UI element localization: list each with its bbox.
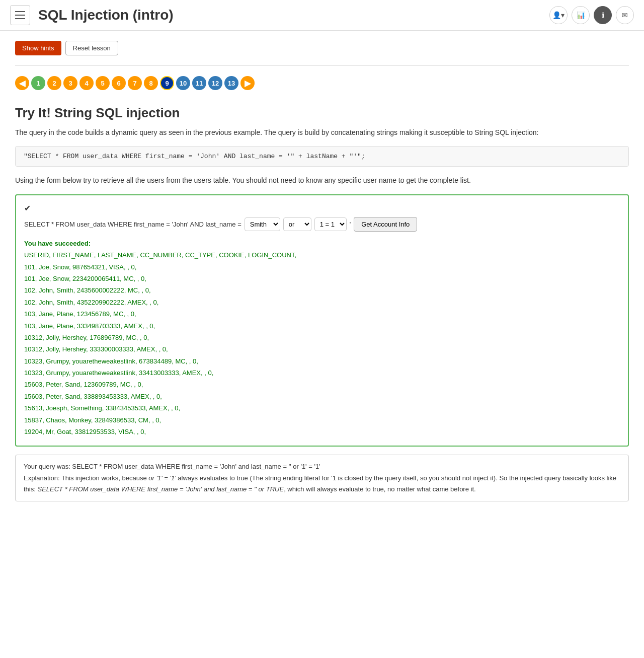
page-2-button[interactable]: 2 — [47, 76, 61, 90]
operator-select[interactable]: or and — [283, 217, 311, 231]
explanation-text1: Explanation: This injection works, becau… — [24, 474, 148, 482]
result-row: 10312, Jolly, Hershey, 176896789, MC, , … — [24, 332, 620, 343]
page-3-button[interactable]: 3 — [63, 76, 77, 90]
result-header: USERID, FIRST_NAME, LAST_NAME, CC_NUMBER… — [24, 249, 620, 261]
query-prefix: SELECT * FROM user_data WHERE first_name… — [24, 221, 242, 228]
interactive-panel: ✔ SELECT * FROM user_data WHERE first_na… — [15, 194, 629, 447]
page-6-button[interactable]: 6 — [112, 76, 126, 90]
user-icon-button[interactable]: 👤▾ — [549, 6, 568, 24]
page-10-button[interactable]: 10 — [176, 76, 190, 90]
result-success-label: You have succeeded: — [24, 238, 620, 249]
result-row: 15603, Peter, Sand, 123609789, MC, , 0, — [24, 379, 620, 390]
toolbar: Show hints Reset lesson — [15, 41, 629, 55]
result-row: 103, Jane, Plane, 123456789, MC, , 0, — [24, 308, 620, 320]
result-row: 102, John, Smith, 4352209902222, AMEX, ,… — [24, 297, 620, 308]
header-icons: 👤▾ 📊 ℹ ✉ — [549, 6, 634, 24]
page-5-button[interactable]: 5 — [96, 76, 110, 90]
result-row: 101, Joe, Snow, 987654321, VISA, , 0, — [24, 261, 620, 273]
mail-icon-button[interactable]: ✉ — [616, 6, 634, 24]
result-row: 103, Jane, Plane, 333498703333, AMEX, , … — [24, 320, 620, 332]
page-13-button[interactable]: 13 — [224, 76, 238, 90]
prev-page-button[interactable]: ◀ — [15, 76, 29, 90]
explanation-query: Your query was: SELECT * FROM user_data … — [24, 461, 620, 472]
result-row: 102, John, Smith, 2435600002222, MC, , 0… — [24, 284, 620, 296]
info-icon-button[interactable]: ℹ — [594, 6, 612, 24]
info-icon: ℹ — [602, 11, 604, 19]
instruction-text: Using the form below try to retrieve all… — [15, 175, 629, 186]
hamburger-line — [15, 15, 25, 16]
result-row: 15613, Joesph, Something, 33843453533, A… — [24, 402, 620, 414]
result-row: 10323, Grumpy, youaretheweakestlink, 334… — [24, 367, 620, 379]
query-row: SELECT * FROM user_data WHERE first_name… — [24, 217, 620, 232]
get-account-info-button[interactable]: Get Account Info — [354, 217, 417, 232]
quote-suffix: ' — [350, 221, 351, 228]
page-9-button[interactable]: 9 — [160, 76, 174, 90]
explanation-italic1: or '1' = '1' — [148, 474, 176, 482]
lastname-select[interactable]: Smith Jones Brown — [245, 217, 280, 231]
show-hints-button[interactable]: Show hints — [15, 41, 61, 55]
page-7-button[interactable]: 7 — [128, 76, 142, 90]
code-block: "SELECT * FROM user_data WHERE first_nam… — [15, 146, 629, 167]
result-row: 15603, Peter, Sand, 338893453333, AMEX, … — [24, 391, 620, 402]
pagination: ◀ 1 2 3 4 5 6 7 8 9 10 11 12 13 ▶ — [15, 76, 629, 90]
result-row: 10312, Jolly, Hershey, 333300003333, AME… — [24, 343, 620, 355]
result-row: 19204, Mr, Goat, 33812953533, VISA, , 0, — [24, 426, 620, 437]
page-12-button[interactable]: 12 — [208, 76, 222, 90]
results: You have succeeded: USERID, FIRST_NAME, … — [24, 238, 620, 438]
result-rows: 101, Joe, Snow, 987654321, VISA, , 0,101… — [24, 261, 620, 438]
stats-icon-button[interactable]: 📊 — [572, 6, 590, 24]
mail-icon: ✉ — [622, 11, 628, 19]
explanation-italic2: SELECT * FROM user_data WHERE first_name… — [37, 485, 284, 493]
explanation-box: Your query was: SELECT * FROM user_data … — [15, 455, 629, 501]
page-1-button[interactable]: 1 — [31, 76, 45, 90]
reset-lesson-button[interactable]: Reset lesson — [65, 41, 118, 55]
condition-select[interactable]: 1 = 1 1 = 2 — [314, 217, 347, 231]
page-title: SQL Injection (intro) — [38, 7, 549, 23]
header: SQL Injection (intro) 👤▾ 📊 ℹ ✉ — [0, 0, 644, 31]
result-row: 10323, Grumpy, youaretheweakestlink, 673… — [24, 355, 620, 367]
explanation-text3: , which will always evaluate to true, no… — [284, 485, 476, 493]
user-icon: 👤▾ — [552, 11, 565, 19]
divider — [15, 65, 629, 66]
intro-text: The query in the code builds a dynamic q… — [15, 127, 629, 138]
hamburger-line — [15, 18, 25, 19]
page-11-button[interactable]: 11 — [192, 76, 206, 90]
hamburger-button[interactable] — [10, 5, 30, 25]
page-4-button[interactable]: 4 — [79, 76, 94, 90]
next-page-button[interactable]: ▶ — [240, 76, 255, 90]
result-row: 101, Joe, Snow, 2234200065411, MC, , 0, — [24, 273, 620, 284]
page-8-button[interactable]: 8 — [144, 76, 158, 90]
checkmark: ✔ — [24, 203, 620, 213]
content: Show hints Reset lesson ◀ 1 2 3 4 5 6 7 … — [0, 31, 644, 511]
bar-chart-icon: 📊 — [577, 11, 585, 19]
section-title: Try It! String SQL injection — [15, 105, 629, 121]
explanation-body: Explanation: This injection works, becau… — [24, 473, 620, 495]
hamburger-line — [15, 11, 25, 12]
result-row: 15837, Chaos, Monkey, 32849386533, CM, ,… — [24, 414, 620, 426]
